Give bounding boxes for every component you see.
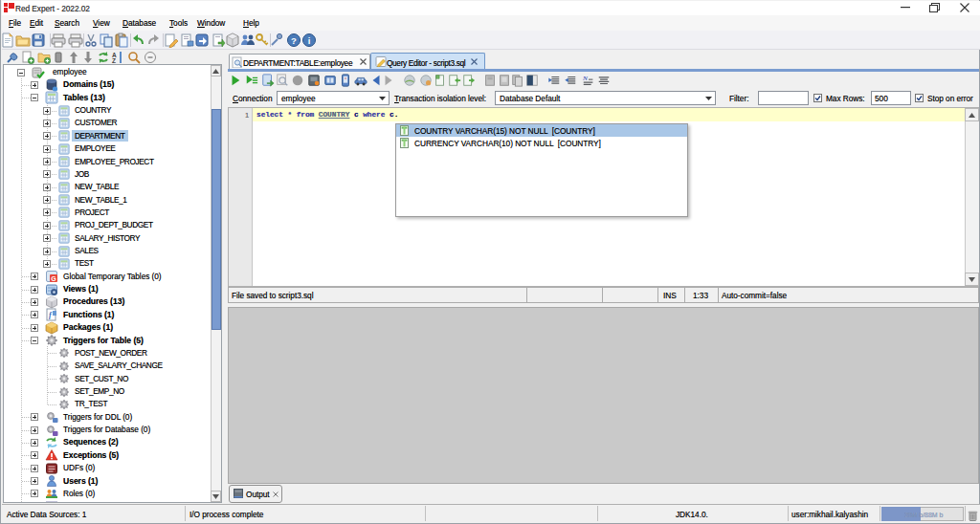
svg-text:G: G <box>51 275 56 282</box>
svg-text:Z: Z <box>112 57 116 64</box>
svg-text:i: i <box>308 35 311 46</box>
svg-text:N: N <box>582 75 589 82</box>
svg-text:?: ? <box>291 35 297 46</box>
